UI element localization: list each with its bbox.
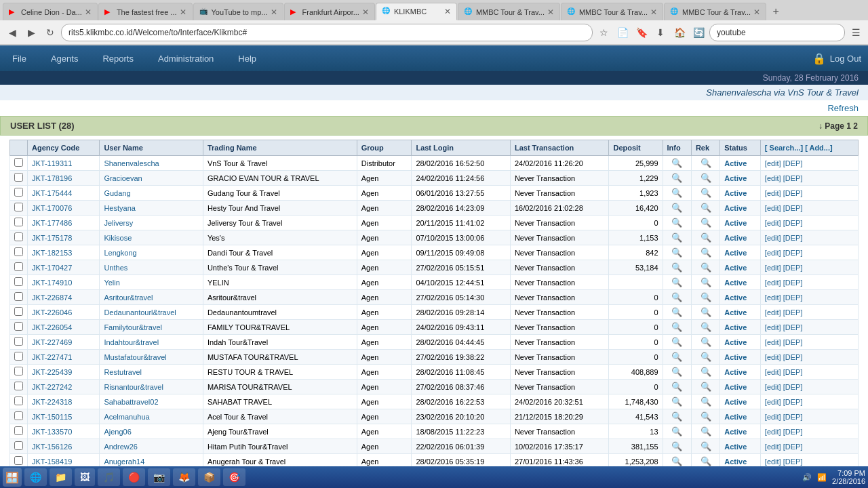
- row-checkbox[interactable]: [10, 454, 28, 468]
- dep-link[interactable]: [DEP]: [783, 189, 803, 197]
- taskbar-firefox[interactable]: 🦊: [173, 468, 195, 486]
- row-checkbox[interactable]: [10, 380, 28, 394]
- user-name-cell[interactable]: Acelmanuhua: [100, 409, 203, 424]
- nav-agents[interactable]: Agents: [45, 51, 83, 66]
- user-name-cell[interactable]: Shanenvalescha: [100, 156, 203, 171]
- user-name-cell[interactable]: Gracioevan: [100, 171, 203, 186]
- forward-button[interactable]: ▶: [23, 24, 39, 41]
- tab-mmbc2[interactable]: 🌐 MMBC Tour & Trav... ✕: [561, 3, 663, 20]
- pocket-icon[interactable]: 🔖: [633, 24, 650, 41]
- row-checkbox[interactable]: [10, 171, 28, 186]
- info-cell[interactable]: 🔍: [663, 409, 691, 424]
- user-name-cell[interactable]: Andrew26: [100, 439, 203, 454]
- rek-cell[interactable]: 🔍: [691, 424, 719, 439]
- logout-area[interactable]: 🔒 Log Out: [812, 52, 861, 65]
- dep-link[interactable]: [DEP]: [783, 249, 803, 257]
- rek-cell[interactable]: 🔍: [691, 201, 719, 216]
- info-cell[interactable]: 🔍: [663, 439, 691, 454]
- row-checkbox[interactable]: [10, 260, 28, 275]
- tab-youtube1[interactable]: ▶ Celine Dion - Da... ✕: [3, 3, 98, 20]
- nav-help[interactable]: Help: [233, 51, 262, 66]
- taskbar-camera[interactable]: 📷: [148, 468, 170, 486]
- dep-link[interactable]: [DEP]: [783, 353, 803, 361]
- info-cell[interactable]: 🔍: [663, 365, 691, 380]
- row-checkbox[interactable]: [10, 245, 28, 260]
- rek-cell[interactable]: 🔍: [691, 335, 719, 350]
- dep-link[interactable]: [DEP]: [783, 174, 803, 182]
- dep-link[interactable]: [DEP]: [783, 323, 803, 331]
- row-checkbox[interactable]: [10, 201, 28, 216]
- row-checkbox[interactable]: [10, 394, 28, 409]
- edit-link[interactable]: [edit]: [765, 308, 781, 317]
- bookmark-icon[interactable]: ☆: [595, 24, 612, 41]
- edit-link[interactable]: [edit]: [765, 323, 781, 331]
- tab-fastest[interactable]: ▶ The fastest free ... ✕: [98, 3, 193, 20]
- network-icon[interactable]: 📶: [817, 473, 827, 482]
- user-name-cell[interactable]: Mustafatour&travel: [100, 350, 203, 365]
- tab-close-icon[interactable]: ✕: [547, 7, 554, 17]
- user-name-cell[interactable]: Jeliversy: [100, 216, 203, 230]
- rek-cell[interactable]: 🔍: [691, 439, 719, 454]
- rek-cell[interactable]: 🔍: [691, 171, 719, 186]
- rek-cell[interactable]: 🔍: [691, 305, 719, 320]
- dep-link[interactable]: [DEP]: [783, 428, 803, 436]
- edit-link[interactable]: [edit]: [765, 279, 781, 287]
- info-cell[interactable]: 🔍: [663, 201, 691, 216]
- sync-icon[interactable]: 🔄: [690, 24, 707, 41]
- download-icon[interactable]: ⬇: [652, 24, 669, 41]
- edit-link[interactable]: [edit]: [765, 383, 781, 391]
- user-name-cell[interactable]: Restutravel: [100, 365, 203, 380]
- info-cell[interactable]: 🔍: [663, 245, 691, 260]
- dep-link[interactable]: [DEP]: [783, 398, 803, 406]
- row-checkbox[interactable]: [10, 290, 28, 305]
- user-name-cell[interactable]: Lengkong: [100, 245, 203, 260]
- user-name-cell[interactable]: Anugerah14: [100, 454, 203, 468]
- edit-link[interactable]: [edit]: [765, 398, 781, 406]
- edit-link[interactable]: [edit]: [765, 443, 781, 451]
- tab-frankfurt[interactable]: ▶ Frankfurt Airpor... ✕: [284, 3, 375, 20]
- dep-link[interactable]: [DEP]: [783, 413, 803, 421]
- row-checkbox[interactable]: [10, 320, 28, 335]
- dep-link[interactable]: [DEP]: [783, 159, 803, 167]
- taskbar-app1[interactable]: 🔴: [123, 468, 145, 486]
- taskbar-media[interactable]: 🎵: [98, 468, 120, 486]
- info-cell[interactable]: 🔍: [663, 171, 691, 186]
- info-cell[interactable]: 🔍: [663, 186, 691, 201]
- address-bar[interactable]: rits5.klikmbc.co.id/Welcome/to/Interface…: [61, 24, 593, 41]
- taskbar-pkg[interactable]: 📦: [198, 468, 220, 486]
- tab-close-icon[interactable]: ✕: [271, 7, 277, 17]
- edit-link[interactable]: [edit]: [765, 204, 781, 212]
- dep-link[interactable]: [DEP]: [783, 293, 803, 302]
- info-cell[interactable]: 🔍: [663, 305, 691, 320]
- row-checkbox[interactable]: [10, 186, 28, 201]
- user-name-cell[interactable]: Kikisose: [100, 230, 203, 245]
- dep-link[interactable]: [DEP]: [783, 338, 803, 346]
- user-name-cell[interactable]: Unthes: [100, 260, 203, 275]
- tab-close-icon[interactable]: ✕: [180, 7, 186, 17]
- edit-link[interactable]: [edit]: [765, 219, 781, 227]
- rek-cell[interactable]: 🔍: [691, 260, 719, 275]
- info-cell[interactable]: 🔍: [663, 275, 691, 290]
- edit-link[interactable]: [edit]: [765, 249, 781, 257]
- tab-close-icon[interactable]: ✕: [753, 7, 760, 17]
- edit-link[interactable]: [edit]: [765, 338, 781, 346]
- tab-mmbc1[interactable]: 🌐 MMBC Tour & Trav... ✕: [458, 3, 560, 20]
- rek-cell[interactable]: 🔍: [691, 365, 719, 380]
- user-name-cell[interactable]: Dedaunantourl&travel: [100, 305, 203, 320]
- edit-link[interactable]: [edit]: [765, 428, 781, 436]
- rek-cell[interactable]: 🔍: [691, 380, 719, 394]
- dep-link[interactable]: [DEP]: [783, 308, 803, 317]
- tab-close-icon[interactable]: ✕: [650, 7, 657, 17]
- edit-link[interactable]: [edit]: [765, 174, 781, 182]
- user-name-cell[interactable]: Gudang: [100, 186, 203, 201]
- row-checkbox[interactable]: [10, 439, 28, 454]
- dep-link[interactable]: [DEP]: [783, 219, 803, 227]
- row-checkbox[interactable]: [10, 275, 28, 290]
- row-checkbox[interactable]: [10, 409, 28, 424]
- edit-link[interactable]: [edit]: [765, 293, 781, 302]
- info-cell[interactable]: 🔍: [663, 216, 691, 230]
- reader-icon[interactable]: 📄: [614, 24, 631, 41]
- tab-mmbc3[interactable]: 🌐 MMBC Tour & Trav... ✕: [664, 3, 766, 20]
- edit-link[interactable]: [edit]: [765, 159, 781, 167]
- taskbar-app2[interactable]: 🎯: [223, 468, 245, 486]
